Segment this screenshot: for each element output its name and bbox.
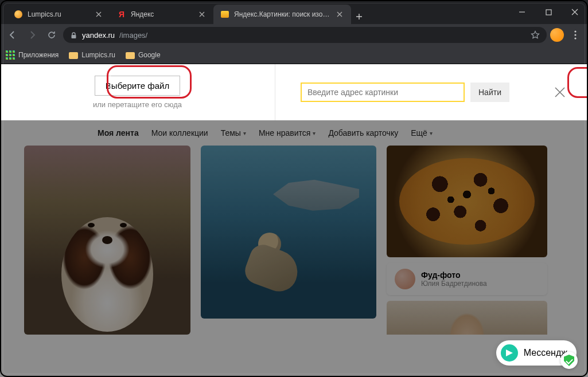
- gallery-card-shark[interactable]: [201, 146, 376, 319]
- tab-lumpics[interactable]: Lumpics.ru: [7, 5, 110, 24]
- chevron-down-icon: ▾: [313, 130, 316, 136]
- orange-dot-icon: [14, 10, 23, 19]
- lock-icon: [70, 32, 77, 39]
- browser-tabs: Lumpics.ru Я Яндекс Яндекс.Картинки: пои…: [0, 0, 509, 24]
- upload-drop-zone[interactable]: Выберите файл или перетащите его сюда: [0, 64, 275, 120]
- gallery-card-dog[interactable]: [24, 146, 190, 335]
- page-content: Выберите файл или перетащите его сюда На…: [0, 64, 588, 377]
- yandex-y-icon: Я: [117, 10, 126, 19]
- close-icon[interactable]: [197, 10, 207, 19]
- tab-title: Lumpics.ru: [28, 10, 89, 18]
- annotation-highlight: [567, 67, 588, 98]
- folder-icon: [69, 52, 78, 59]
- avatar: [395, 269, 415, 289]
- tab-title: Яндекс: [131, 10, 193, 18]
- close-window-button[interactable]: [562, 0, 588, 24]
- close-icon[interactable]: [335, 10, 344, 19]
- maximize-button[interactable]: [535, 0, 562, 24]
- tab-yandex-images[interactable]: Яндекс.Картинки: поиск изобра: [213, 5, 351, 24]
- bookmark-label: Lumpics.ru: [81, 51, 115, 59]
- nav-feed[interactable]: Моя лента: [98, 128, 139, 138]
- find-button[interactable]: Найти: [470, 83, 509, 102]
- star-icon[interactable]: [531, 30, 540, 40]
- bookmark-lumpics[interactable]: Lumpics.ru: [69, 51, 115, 59]
- reload-button[interactable]: [44, 27, 60, 43]
- svg-point-2: [574, 30, 576, 32]
- url-host: yandex.ru: [82, 31, 115, 40]
- choose-file-button[interactable]: Выберите файл: [95, 76, 180, 96]
- nav-topics[interactable]: Темы▾: [221, 128, 246, 138]
- url-search-zone: Найти: [275, 64, 588, 120]
- minimize-button[interactable]: [509, 0, 535, 24]
- bookmark-label: Google: [138, 51, 161, 59]
- messenger-icon: [501, 344, 518, 362]
- svg-point-3: [574, 34, 576, 36]
- bookmarks-bar: Приложения Lumpics.ru Google: [0, 46, 588, 64]
- yandex-images-icon: [220, 10, 229, 19]
- chevron-down-icon: ▾: [243, 130, 246, 136]
- shield-icon: [564, 355, 574, 366]
- nav-collections[interactable]: Мои коллекции: [151, 128, 208, 138]
- apps-icon: [6, 50, 15, 60]
- omnibox[interactable]: yandex.ru/images/: [63, 27, 547, 43]
- chevron-down-icon: ▾: [430, 130, 433, 136]
- nav-more[interactable]: Ещё▾: [411, 128, 433, 138]
- bookmark-label: Приложения: [18, 51, 59, 59]
- author-name: Юлия Бадретдинова: [421, 280, 487, 288]
- profile-avatar[interactable]: [550, 28, 564, 42]
- security-badge[interactable]: [560, 352, 578, 369]
- bookmark-google[interactable]: Google: [126, 51, 161, 59]
- tab-yandex[interactable]: Я Яндекс: [110, 5, 213, 24]
- nav-likes[interactable]: Мне нравится▾: [259, 128, 316, 138]
- new-tab-button[interactable]: [351, 9, 367, 24]
- gallery-card-portrait[interactable]: [387, 301, 547, 335]
- forward-button[interactable]: [24, 27, 40, 43]
- collection-title: Фуд-фото: [421, 270, 487, 280]
- bookmark-apps[interactable]: Приложения: [6, 50, 59, 60]
- collection-author-card[interactable]: Фуд-фото Юлия Бадретдинова: [387, 263, 547, 295]
- category-nav: Моя лента Мои коллекции Темы▾ Мне нравит…: [0, 120, 588, 146]
- folder-icon: [126, 52, 135, 59]
- gallery-card-pizza[interactable]: [387, 146, 547, 257]
- nav-add-card[interactable]: Добавить карточку: [328, 128, 398, 138]
- image-search-panel: Выберите файл или перетащите его сюда На…: [0, 64, 588, 120]
- close-icon[interactable]: [94, 10, 103, 19]
- drag-hint-text: или перетащите его сюда: [93, 100, 182, 109]
- close-panel-button[interactable]: [552, 85, 567, 100]
- tab-title: Яндекс.Картинки: поиск изобра: [234, 10, 330, 18]
- browser-menu-button[interactable]: [567, 30, 583, 40]
- svg-point-4: [574, 37, 576, 39]
- window-controls: [509, 0, 588, 24]
- back-button[interactable]: [5, 27, 21, 43]
- address-bar: yandex.ru/images/: [0, 24, 588, 46]
- svg-rect-1: [72, 35, 76, 38]
- image-gallery: Фуд-фото Юлия Бадретдинова: [0, 146, 588, 335]
- url-path: /images/: [119, 31, 147, 40]
- image-url-input[interactable]: [301, 83, 465, 102]
- window-titlebar: Lumpics.ru Я Яндекс Яндекс.Картинки: пои…: [0, 0, 588, 24]
- svg-rect-0: [546, 10, 551, 15]
